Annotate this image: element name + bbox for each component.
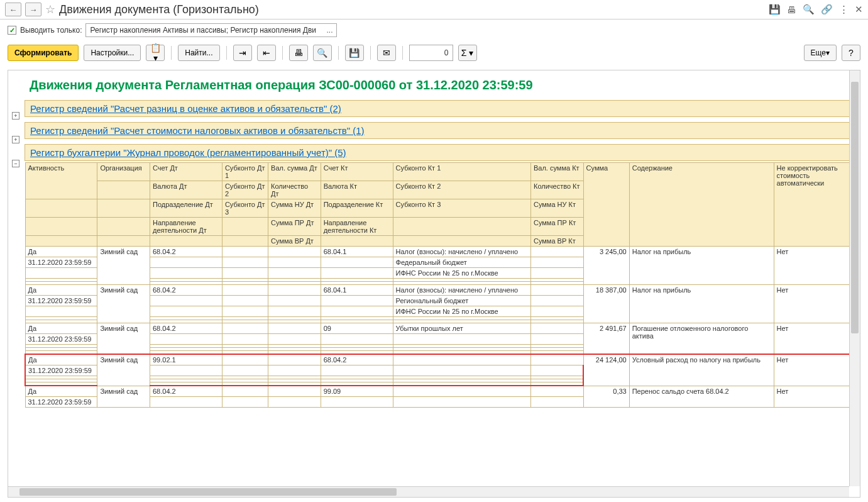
table-cell: Да [25, 354, 97, 365]
filter-checkbox[interactable]: ✓ [8, 26, 16, 35]
table-cell [25, 236, 97, 247]
generate-button[interactable]: Сформировать [8, 45, 79, 61]
table-cell [222, 365, 268, 376]
table-cell [393, 354, 530, 365]
table-cell: Вал. сумма Дт [268, 163, 321, 181]
table-cell [393, 386, 530, 397]
table-cell [321, 306, 393, 317]
horizontal-scrollbar[interactable] [8, 486, 849, 497]
nav-back-button[interactable]: ← [5, 3, 21, 16]
table-cell: Сумма НУ Кт [530, 199, 583, 218]
table-cell: 68.04.2 [150, 386, 222, 397]
table-cell: ИФНС России № 25 по г.Москве [393, 306, 530, 317]
section-2-header: Регистр сведений "Расчет стоимости налог… [25, 122, 860, 139]
table-cell: Счет Кт [321, 163, 393, 181]
tree-toggle-2[interactable]: + [12, 136, 19, 143]
table-cell: Убытки прошлых лет [393, 323, 530, 334]
table-cell [530, 306, 583, 317]
number-input[interactable]: 0 [409, 45, 453, 61]
filter-input[interactable]: Регистр накопления Активы и пассивы; Рег… [85, 23, 337, 37]
table-cell [150, 236, 222, 247]
nav-forward-button[interactable]: → [25, 3, 41, 16]
table-cell: Налог на прибыль [629, 285, 774, 323]
email-button[interactable]: ✉ [377, 45, 396, 61]
section-2-link[interactable]: Регистр сведений "Расчет стоимости налог… [30, 125, 365, 136]
table-cell [393, 397, 530, 408]
table-cell [222, 306, 268, 317]
table-cell: Налог (взносы): начислено / уплачено [393, 247, 530, 257]
table-cell [150, 397, 222, 408]
section-3-link[interactable]: Регистр бухгалтерии "Журнал проводок (ре… [30, 147, 346, 158]
find-button[interactable]: Найти... [178, 45, 219, 61]
paste-button[interactable]: 📋▾ [146, 45, 165, 61]
favorite-star-icon[interactable]: ☆ [45, 3, 55, 16]
vertical-scrollbar[interactable] [849, 70, 860, 486]
preview-icon[interactable]: 🔍 [803, 4, 815, 15]
save-button[interactable]: 💾 [345, 45, 364, 61]
table-cell [222, 257, 268, 268]
section-1-header: Регистр сведений "Расчет разниц в оценке… [25, 100, 860, 117]
table-cell [321, 365, 393, 376]
table-cell: Региональный бюджет [393, 296, 530, 306]
table-cell [25, 199, 97, 218]
table-cell [321, 236, 393, 247]
table-cell [530, 268, 583, 279]
table-cell: Сумма ВР Кт [530, 236, 583, 247]
table-cell [321, 296, 393, 306]
table-cell: Нет [774, 354, 859, 386]
table-cell [268, 334, 321, 345]
table-cell [222, 236, 268, 247]
menu-dots-icon[interactable]: ⋮ [839, 4, 849, 15]
table-cell: 31.12.2020 23:59:59 [25, 365, 97, 376]
table-cell: 31.12.2020 23:59:59 [25, 334, 97, 345]
more-button[interactable]: Еще ▾ [804, 45, 837, 61]
help-button[interactable]: ? [842, 45, 860, 61]
table-cell [321, 257, 393, 268]
table-cell: Сумма [583, 163, 629, 247]
table-cell: 3 245,00 [583, 247, 629, 285]
filter-input-text: Регистр накопления Активы и пассивы; Рег… [90, 26, 316, 35]
print-preview-button[interactable]: 🔍 [313, 45, 332, 61]
table-cell: 31.12.2020 23:59:59 [25, 296, 97, 306]
save-icon[interactable]: 💾 [769, 4, 781, 15]
table-cell: Субконто Кт 2 [393, 181, 530, 199]
table-cell [150, 365, 222, 376]
table-cell: Нет [774, 247, 859, 285]
table-cell [97, 218, 150, 236]
entries-table: АктивностьОрганизацияСчет ДтСубконто Дт … [25, 162, 860, 408]
table-cell [530, 354, 583, 365]
expand-button[interactable]: ⇥ [233, 45, 252, 61]
print-button[interactable]: 🖶 [289, 45, 308, 61]
table-cell: 18 387,00 [583, 285, 629, 323]
table-cell [530, 285, 583, 296]
sum-button[interactable]: Σ ▾ [458, 45, 477, 61]
table-cell: Зимний сад [97, 285, 150, 323]
table-cell [25, 218, 97, 236]
table-cell: Направление деятельности Кт [321, 218, 393, 236]
collapse-button[interactable]: ⇤ [257, 45, 276, 61]
table-cell [25, 268, 97, 279]
tree-toggle-1[interactable]: + [12, 112, 19, 120]
table-cell: Перенос сальдо счета 68.04.2 [629, 386, 774, 408]
table-cell: 68.04.2 [150, 285, 222, 296]
table-cell: Да [25, 323, 97, 334]
print-icon[interactable]: 🖶 [787, 4, 796, 15]
filter-more-icon[interactable]: ... [326, 26, 332, 35]
table-cell [97, 236, 150, 247]
tree-toggle-3[interactable]: − [12, 160, 19, 167]
table-cell [393, 218, 530, 236]
table-cell [268, 257, 321, 268]
table-cell [393, 236, 530, 247]
table-cell [150, 268, 222, 279]
table-cell: Налог на прибыль [629, 247, 774, 285]
table-cell: Сумма НУ Дт [268, 199, 321, 218]
settings-button[interactable]: Настройки... [84, 45, 141, 61]
section-1-link[interactable]: Регистр сведений "Расчет разниц в оценке… [30, 103, 341, 114]
table-cell: ИФНС России № 25 по г.Москве [393, 268, 530, 279]
table-cell: Федеральный бюджет [393, 257, 530, 268]
close-icon[interactable]: ✕ [855, 4, 863, 15]
table-cell: Счет Дт [150, 163, 222, 181]
link-icon[interactable]: 🔗 [821, 4, 833, 15]
table-cell [530, 247, 583, 257]
table-cell [222, 323, 268, 334]
